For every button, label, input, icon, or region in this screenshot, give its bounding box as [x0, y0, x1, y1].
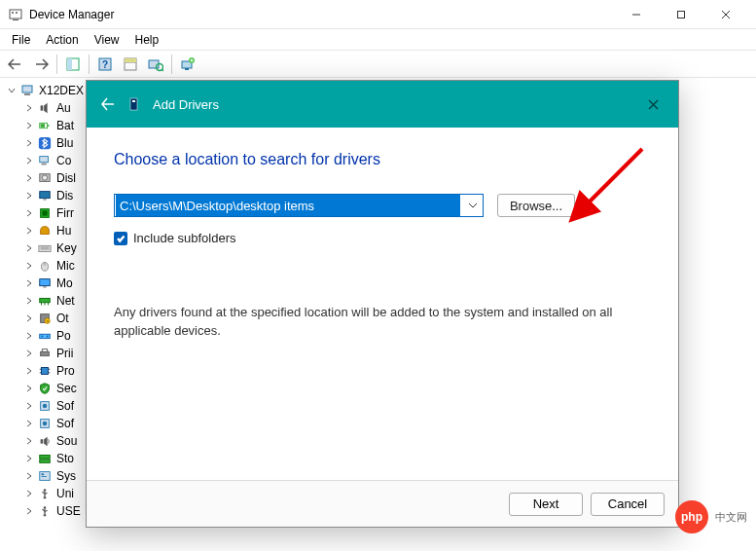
include-subfolders-row[interactable]: Include subfolders: [114, 231, 651, 245]
tree-item-label: Blu: [54, 136, 73, 150]
maximize-button[interactable]: [659, 0, 703, 29]
svg-rect-19: [185, 68, 189, 70]
watermark-badge: php: [675, 500, 708, 533]
chevron-down-icon[interactable]: [6, 85, 18, 96]
svg-rect-5: [678, 11, 685, 18]
svg-rect-55: [41, 351, 50, 355]
chevron-down-icon[interactable]: [461, 195, 483, 216]
chevron-right-icon[interactable]: [23, 277, 35, 289]
sound-icon: [37, 433, 53, 449]
tree-item-label: Firr: [54, 206, 74, 220]
chevron-right-icon[interactable]: [23, 330, 35, 342]
help-button[interactable]: ?: [93, 53, 117, 76]
tree-item-label: Sof: [54, 399, 74, 413]
menubar: File Action View Help: [0, 29, 756, 51]
chevron-right-icon[interactable]: [23, 400, 35, 412]
tree-item-label: Bat: [54, 119, 74, 132]
path-input[interactable]: [116, 195, 460, 216]
menu-file[interactable]: File: [4, 31, 38, 49]
dialog-back-button[interactable]: [98, 94, 118, 114]
chevron-right-icon[interactable]: [23, 242, 35, 254]
svg-point-63: [43, 404, 47, 408]
tree-item-label: Sec: [54, 382, 77, 395]
bluetooth-icon: [37, 135, 53, 151]
chevron-right-icon[interactable]: [23, 155, 35, 166]
chevron-right-icon[interactable]: [23, 295, 35, 307]
path-combobox[interactable]: [114, 194, 484, 217]
chevron-right-icon[interactable]: [23, 435, 35, 447]
mouse-icon: [37, 258, 53, 274]
next-button-label: Next: [533, 496, 559, 511]
battery-icon: [37, 118, 53, 133]
next-button[interactable]: Next: [509, 493, 583, 516]
chevron-right-icon[interactable]: [23, 348, 35, 359]
chevron-right-icon[interactable]: [23, 383, 35, 394]
svg-rect-56: [42, 349, 47, 352]
svg-rect-30: [40, 157, 49, 163]
chevron-right-icon[interactable]: [23, 172, 35, 184]
chevron-right-icon[interactable]: [23, 488, 35, 499]
cancel-button-label: Cancel: [608, 496, 647, 511]
menu-view[interactable]: View: [87, 31, 127, 49]
chevron-right-icon[interactable]: [23, 190, 35, 202]
dialog-heading: Choose a location to search for drivers: [114, 151, 651, 168]
add-driver-button[interactable]: [176, 53, 199, 76]
chevron-right-icon[interactable]: [23, 418, 35, 429]
dialog-close-button[interactable]: [639, 91, 666, 118]
watermark: php 中文网: [675, 500, 750, 533]
svg-rect-23: [22, 86, 32, 92]
window-title: Device Manager: [29, 8, 614, 21]
svg-rect-57: [42, 368, 49, 375]
tree-item-label: Sof: [54, 417, 74, 430]
cancel-button[interactable]: Cancel: [591, 493, 665, 516]
close-button[interactable]: [703, 0, 748, 29]
tree-item-label: Hu: [54, 224, 71, 238]
chevron-right-icon[interactable]: [23, 225, 35, 237]
svg-text:?: ?: [102, 59, 108, 70]
chevron-right-icon[interactable]: [23, 120, 35, 131]
svg-rect-27: [48, 125, 50, 127]
chevron-right-icon[interactable]: [23, 312, 35, 324]
chevron-right-icon[interactable]: [23, 137, 35, 149]
chevron-right-icon[interactable]: [23, 365, 35, 377]
properties-button[interactable]: [119, 53, 142, 76]
usb-icon: [37, 486, 53, 501]
tree-item-label: Au: [54, 101, 71, 115]
titlebar: Device Manager: [0, 0, 756, 29]
include-subfolders-checkbox[interactable]: [114, 232, 127, 245]
menu-action[interactable]: Action: [38, 31, 86, 49]
menu-help[interactable]: Help: [127, 31, 167, 49]
audio-icon: [37, 100, 53, 116]
svg-rect-74: [44, 497, 47, 499]
svg-rect-77: [44, 515, 47, 517]
forward-button[interactable]: [29, 53, 53, 76]
chevron-right-icon[interactable]: [23, 260, 35, 272]
tree-item-label: Co: [54, 154, 71, 167]
chevron-right-icon[interactable]: [23, 470, 35, 482]
hid-icon: [37, 223, 53, 239]
app-icon: [8, 7, 23, 22]
tree-item-label: Sys: [54, 469, 76, 483]
scan-hardware-button[interactable]: [144, 53, 167, 76]
software-icon: [37, 416, 53, 431]
chevron-right-icon[interactable]: [23, 505, 35, 517]
show-hide-console-button[interactable]: [61, 53, 85, 76]
svg-point-65: [43, 422, 47, 425]
minimize-button[interactable]: [614, 0, 659, 29]
svg-rect-45: [40, 298, 51, 302]
svg-rect-0: [10, 10, 21, 18]
other-icon: ?: [37, 311, 53, 326]
dialog-body: Choose a location to search for drivers …: [87, 128, 678, 480]
chevron-right-icon[interactable]: [23, 102, 35, 114]
back-button[interactable]: [4, 53, 27, 76]
tree-item-label: Mo: [54, 276, 73, 290]
display-icon: [37, 188, 53, 203]
svg-rect-68: [40, 459, 51, 463]
chevron-right-icon[interactable]: [23, 207, 35, 219]
browse-button[interactable]: Browse...: [497, 194, 575, 217]
chevron-right-icon[interactable]: [23, 453, 35, 464]
keyboard-icon: [37, 240, 53, 256]
toolbar-separator: [56, 55, 57, 74]
tree-item-label: Pro: [54, 364, 75, 378]
computer-icon: [19, 83, 35, 98]
